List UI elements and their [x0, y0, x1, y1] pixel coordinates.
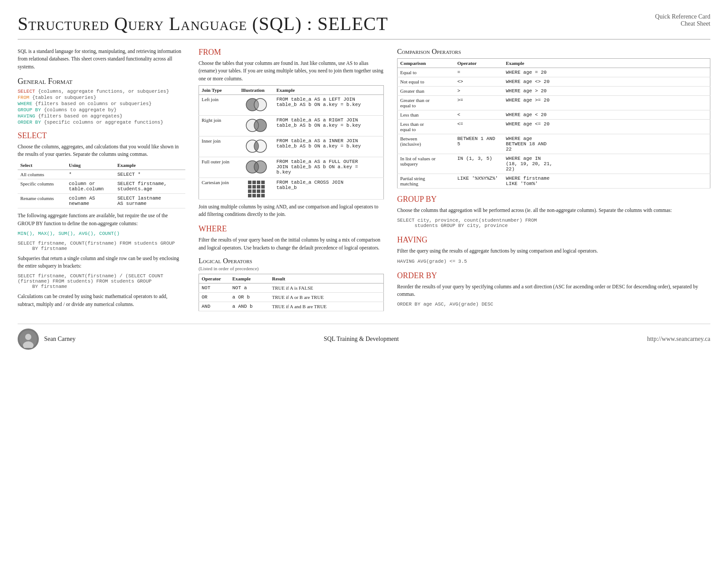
join-left-type: Left join [199, 94, 239, 115]
logical-note: (Listed in order of precedence) [199, 266, 384, 271]
join-full-illus [239, 157, 274, 178]
join-col-example: Example [274, 85, 384, 94]
from-body: Choose the tables that your columns are … [199, 60, 384, 83]
table-row: OR a OR b TRUE if A or B are TRUE [199, 292, 384, 302]
col-right: Comparison Operators Comparison Operator… [397, 48, 710, 315]
where-title: WHERE [199, 224, 384, 234]
logical-title: Logical Operators [199, 257, 384, 265]
cartesian-grid-icon [248, 181, 265, 197]
comp-col-example: Example [503, 59, 710, 68]
table-row: Equal to = WHERE age = 20 [398, 68, 710, 77]
table-row: Between(inclusive) BETWEEN 1 AND 5 WHERE… [398, 134, 710, 154]
subtitle: Quick Reference Card Cheat Sheet [655, 13, 710, 27]
table-row: Greater than orequal to >= WHERE age >= … [398, 96, 710, 110]
col-left: SQL is a standard language for storing, … [18, 48, 185, 315]
gf-orderby-rest: {specific columns or aggregate functions… [41, 120, 163, 125]
logical-col-op: Operator [199, 274, 230, 283]
join-right-example: FROM table_a AS a RIGHT JOINtable_b AS b… [274, 115, 384, 136]
join-left-example: FROM table_a AS a LEFT JOINtable_b AS b … [274, 94, 384, 115]
gf-line-groupby: GROUP BY {columns to aggregate by} [18, 107, 185, 113]
comp-like-label: Partial stringmatching [398, 174, 455, 189]
select-row2-col1: Specific columns [18, 179, 66, 194]
having-body: Filter the query using the results of ag… [397, 247, 710, 255]
svg-point-3 [254, 119, 266, 132]
comp-between-label: Between(inclusive) [398, 134, 455, 154]
comp-lte-ex: WHERE age <= 20 [503, 120, 710, 134]
table-row: Full outer join FROM table_a AS a FULL O… [199, 157, 384, 178]
gf-line-where: WHERE {filters based on columns or subqu… [18, 101, 185, 106]
from-title: FROM [199, 48, 384, 57]
comp-lt-op: < [455, 110, 503, 120]
subquery-example-code: SELECT firstname, COUNT(firstname) / (SE… [18, 273, 163, 289]
join-cart-illus [239, 178, 274, 199]
subquery-example: SELECT firstname, COUNT(firstname) / (SE… [18, 272, 185, 290]
join-right-type: Right join [199, 115, 239, 136]
comp-between-op: BETWEEN 1 AND 5 [455, 134, 503, 154]
comp-eq-op: = [455, 68, 503, 77]
logical-not-ex: NOT a [230, 283, 270, 292]
table-row: Less than orequal to <= WHERE age <= 20 [398, 120, 710, 134]
select-row1-col3: SELECT * [115, 170, 185, 179]
aggregate-example-code: SELECT firstname, COUNT(firstname) FROM … [18, 241, 175, 251]
table-row: Rename columns column ASnewname SELECT l… [18, 194, 185, 208]
select-row1-col1: All columns [18, 170, 66, 179]
select-row3-col1: Rename columns [18, 194, 66, 208]
logical-and-result: TRUE if A and B are TRUE [270, 302, 384, 311]
groupby-example: SELECT city, province, count(studentnumb… [397, 217, 710, 229]
join-cart-type: Cartesian join [199, 178, 239, 199]
table-row: Not equal to <> WHERE age <> 20 [398, 77, 710, 87]
gf-line-having: HAVING {filters based on aggregates} [18, 113, 185, 119]
aggregate-text: The following aggregate functions are av… [18, 212, 185, 227]
gf-where-rest: {filters based on columns or subqueries} [32, 101, 152, 106]
logical-or-ex: a OR b [230, 292, 270, 302]
join-full-example: FROM table_a AS a FULL OUTERJOIN table_b… [274, 157, 384, 178]
subtitle-line2: Cheat Sheet [655, 20, 710, 27]
comp-like-ex: WHERE firstnameLIKE 'Tom%' [503, 174, 710, 189]
select-row3-col2: column ASnewname [66, 194, 115, 208]
comp-in-op: IN (1, 3, 5) [455, 154, 503, 174]
comp-like-op: LIKE '%X%Y%Z%' [455, 174, 503, 189]
aggregate-funcs-code: MIN(), MAX(), SUM(), AVG(), COUNT() [18, 231, 120, 236]
subquery-text: Subqueries that return a single column a… [18, 255, 185, 270]
general-format-title: General Format [18, 77, 185, 86]
table-row: Right join FROM table_a AS a RIGHT JOINt… [199, 115, 384, 136]
avatar [18, 329, 39, 350]
join-inner-example: FROM table_a AS a INNER JOINtable_b AS b… [274, 136, 384, 157]
join-note: Join using multiple columns by using AND… [199, 203, 384, 219]
select-row2-col3: SELECT firstname,students.age [115, 179, 185, 194]
table-row: Cartesian join FROM table_a CROSS JOINta… [199, 178, 384, 199]
comp-gte-op: >= [455, 96, 503, 110]
comp-gte-ex: WHERE age >= 20 [503, 96, 710, 110]
gf-select-rest: {columns, aggregate functions, or subque… [35, 89, 169, 94]
logical-or-result: TRUE if A or B are TRUE [270, 292, 384, 302]
logical-col-ex: Example [230, 274, 270, 283]
table-row: NOT NOT a TRUE if A is FALSE [199, 283, 384, 292]
logical-not-op: NOT [199, 283, 230, 292]
logical-not-result: TRUE if A is FALSE [270, 283, 384, 292]
logical-col-result: Result [270, 274, 384, 283]
main-title: Structured Query Language (SQL) : SELECT [18, 13, 388, 34]
gf-line-orderby: ORDER BY {specific columns or aggregate … [18, 120, 185, 125]
orderby-title: ORDER BY [397, 271, 710, 280]
orderby-example-code: ORDER BY age ASC, AVG(grade) DESC [397, 302, 493, 307]
comp-col-comparison: Comparison [398, 59, 455, 68]
intro-text: SQL is a standard language for storing, … [18, 48, 185, 71]
comp-title: Comparison Operators [397, 48, 710, 56]
join-inner-type: Inner join [199, 136, 239, 157]
select-body: Choose the columns, aggregates, and calc… [18, 143, 185, 159]
comp-ne-label: Not equal to [398, 77, 455, 87]
comp-table: Comparison Operator Example Equal to = W… [397, 58, 710, 189]
join-inner-illus [239, 136, 274, 157]
kw-select: SELECT [18, 89, 35, 94]
avatar-icon [19, 330, 37, 348]
gf-line-select: SELECT {columns, aggregate functions, or… [18, 89, 185, 94]
comp-lte-label: Less than orequal to [398, 120, 455, 134]
calc-text: Calculations can be created by using bas… [18, 293, 185, 308]
having-example: HAVING AVG(grade) <= 3.5 [397, 258, 710, 265]
select-row1-col2: * [66, 170, 115, 179]
kw-from: FROM [18, 95, 29, 100]
footer-author: Sean Carney [44, 336, 75, 343]
orderby-example: ORDER BY age ASC, AVG(grade) DESC [397, 301, 710, 308]
join-right-illus [239, 115, 274, 136]
logical-table: Operator Example Result NOT NOT a TRUE i… [199, 274, 384, 311]
